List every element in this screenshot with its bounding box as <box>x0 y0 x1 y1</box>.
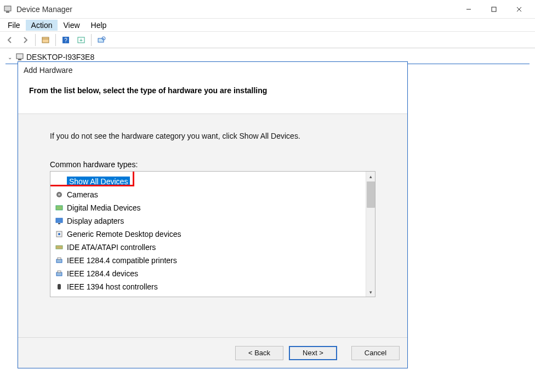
svg-rect-23 <box>56 246 62 249</box>
cancel-button[interactable]: Cancel <box>351 346 400 360</box>
properties-icon[interactable] <box>39 33 52 47</box>
toolbar: ? + <box>0 32 535 48</box>
list-item-label: IEEE 1284.4 devices <box>67 269 138 278</box>
add-hardware-dialog: Add Hardware From the list below, select… <box>18 61 408 368</box>
list-item-label: Show All Devices <box>67 177 130 186</box>
blank-icon <box>55 177 64 186</box>
list-item-label: IDE ATA/ATAPI controllers <box>67 243 156 252</box>
list-item-label: Digital Media Devices <box>67 203 141 212</box>
list-item-label: Generic Remote Desktop devices <box>67 230 181 238</box>
svg-rect-25 <box>58 258 61 259</box>
firewire-icon <box>55 282 64 291</box>
media-icon <box>55 203 64 212</box>
list-item-show-all[interactable]: Show All Devices <box>53 175 373 188</box>
list-item[interactable]: Digital Media Devices <box>53 201 373 214</box>
list-item-label: Cameras <box>67 190 98 199</box>
computer-icon <box>15 53 24 61</box>
svg-rect-0 <box>4 6 11 11</box>
tree-root-label: DESKTOP-I93F3E8 <box>26 53 94 61</box>
svg-rect-19 <box>56 218 62 223</box>
svg-point-17 <box>58 194 60 196</box>
svg-text:+: + <box>79 37 83 43</box>
scrollbar[interactable]: ▴ ▾ <box>366 172 375 297</box>
svg-rect-6 <box>42 37 49 43</box>
list-item[interactable]: Generic Remote Desktop devices <box>53 228 373 241</box>
list-item[interactable]: Cameras <box>53 188 373 201</box>
dialog-body: If you do not see the hardware category … <box>18 114 407 337</box>
chevron-down-icon: ⌄ <box>8 54 12 60</box>
window-titlebar: Device Manager <box>0 0 535 19</box>
toolbar-separator <box>91 34 92 46</box>
scroll-thumb[interactable] <box>367 181 375 208</box>
dialog-footer: < Back Next > Cancel <box>18 337 407 368</box>
scan-hardware-icon[interactable] <box>95 33 108 47</box>
svg-rect-20 <box>58 223 60 224</box>
dialog-title: Add Hardware <box>18 62 407 78</box>
back-button[interactable]: < Back <box>235 346 283 360</box>
svg-rect-15 <box>18 59 21 60</box>
printer-icon <box>55 256 64 265</box>
remote-icon <box>55 230 64 238</box>
printer-icon <box>55 269 64 278</box>
dialog-title-label: Add Hardware <box>24 66 73 75</box>
menubar: File Action View Help <box>0 19 535 32</box>
svg-rect-26 <box>56 272 62 276</box>
next-button[interactable]: Next > <box>289 346 337 360</box>
back-icon[interactable] <box>3 33 16 47</box>
hardware-types-listbox[interactable]: Show All Devices Cameras Digital Media D… <box>50 171 375 297</box>
menu-file[interactable]: File <box>2 20 26 31</box>
list-item-label: IEEE 1284.4 compatible printers <box>67 256 177 265</box>
svg-point-22 <box>58 233 60 235</box>
content-area: ⌄ DESKTOP-I93F3E8 Add Hardware From the … <box>0 48 535 392</box>
list-item[interactable]: IEEE 1394 host controllers <box>53 280 373 293</box>
add-legacy-icon[interactable]: + <box>75 33 88 47</box>
maximize-button[interactable] <box>481 0 506 19</box>
help-icon[interactable]: ? <box>59 33 72 47</box>
svg-rect-14 <box>16 54 23 59</box>
svg-rect-1 <box>6 12 9 13</box>
camera-icon <box>55 190 64 199</box>
scroll-up-icon[interactable]: ▴ <box>366 172 375 181</box>
svg-rect-24 <box>56 259 62 263</box>
ide-icon <box>55 243 64 252</box>
dialog-heading: From the list below, select the type of … <box>29 86 267 95</box>
menu-view[interactable]: View <box>58 20 85 31</box>
menu-help[interactable]: Help <box>86 20 112 31</box>
dialog-hint: If you do not see the hardware category … <box>50 132 375 140</box>
forward-icon[interactable] <box>19 33 32 47</box>
minimize-button[interactable] <box>456 0 481 19</box>
svg-rect-3 <box>492 7 496 12</box>
dialog-header: From the list below, select the type of … <box>18 78 407 114</box>
svg-rect-18 <box>56 206 62 210</box>
scroll-down-icon[interactable]: ▾ <box>366 287 375 297</box>
toolbar-separator <box>55 34 56 46</box>
list-item[interactable]: IDE ATA/ATAPI controllers <box>53 241 373 254</box>
display-icon <box>55 217 64 225</box>
menu-action[interactable]: Action <box>26 20 58 31</box>
svg-rect-28 <box>58 284 61 289</box>
svg-text:?: ? <box>64 37 67 43</box>
list-item[interactable]: IEEE 1284.4 compatible printers <box>53 254 373 267</box>
svg-rect-12 <box>98 38 104 42</box>
list-item-label: IEEE 1394 host controllers <box>67 282 158 291</box>
list-item[interactable]: IEEE 1284.4 devices <box>53 267 373 280</box>
svg-rect-27 <box>58 271 61 272</box>
list-item[interactable]: Display adapters <box>53 214 373 228</box>
list-item-label: Display adapters <box>67 217 124 225</box>
listbox-label: Common hardware types: <box>50 160 375 169</box>
device-manager-icon <box>3 5 12 14</box>
window-title: Device Manager <box>16 5 72 14</box>
close-button[interactable] <box>506 0 532 19</box>
toolbar-separator <box>35 34 36 46</box>
